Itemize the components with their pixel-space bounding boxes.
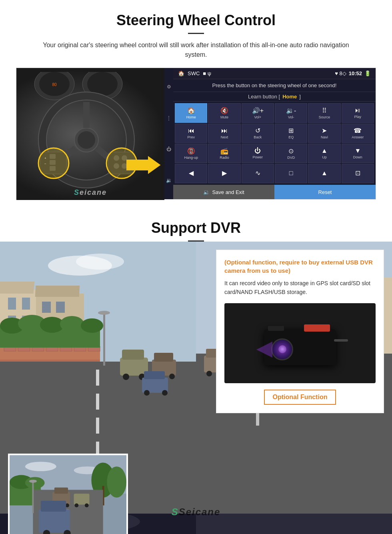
- dvd-icon: ⊙: [288, 147, 294, 155]
- svg-rect-102: [103, 314, 105, 366]
- swc-btn-home[interactable]: 🏠 Home: [175, 103, 207, 123]
- home-active-label: Home: [282, 94, 297, 100]
- home-btn-icon: 🏠: [187, 107, 195, 114]
- svg-rect-34: [22, 298, 30, 310]
- swc-btn-back[interactable]: ↺ Back: [242, 124, 274, 143]
- down-icon: ▼: [354, 147, 361, 154]
- swc-btn-answer[interactable]: ☎ Answer: [342, 124, 374, 143]
- svg-point-23: [38, 148, 69, 178]
- swc-btn-wave[interactable]: ∿: [242, 164, 274, 184]
- dvr-section: Support DVR: [0, 208, 392, 534]
- swc-btn-hangup[interactable]: 📵 Hang-up: [175, 144, 207, 163]
- camera-body: [264, 329, 336, 365]
- svg-rect-39: [42, 302, 51, 313]
- svg-text:80: 80: [52, 82, 57, 87]
- back-icon: ↺: [255, 127, 260, 134]
- volume-down-icon: 🔉: [166, 178, 172, 183]
- play-icon: ⏯: [354, 107, 361, 114]
- svg-point-113: [25, 477, 45, 488]
- swc-btn-back-arrow[interactable]: ◀: [175, 164, 207, 184]
- back-arrow-icon: ◀: [189, 169, 194, 177]
- header-left: 🏠 SWC ■ ψ: [178, 70, 211, 76]
- camera-lens: [271, 338, 293, 360]
- answer-icon: ☎: [354, 127, 362, 134]
- menu-dots-icon: ⋮: [166, 115, 171, 121]
- swc-btn-square[interactable]: □: [275, 164, 307, 184]
- swc-interface: 80 + −: [16, 68, 376, 200]
- svg-point-75: [169, 374, 175, 379]
- swc-btn-dvd[interactable]: ⊙ DVD: [275, 144, 307, 163]
- swc-btn-power[interactable]: ⏻ Power: [242, 144, 274, 163]
- svg-rect-33: [8, 298, 16, 310]
- save-exit-button[interactable]: 🔉 Save and Exit: [173, 185, 274, 199]
- swc-btn-source[interactable]: ⠿ Source: [308, 103, 340, 123]
- seicane-watermark-dvr: SSeicane: [172, 506, 221, 518]
- bracket-right: ]: [299, 94, 301, 100]
- swc-btn-grid[interactable]: ⊡: [342, 164, 374, 184]
- svg-rect-40: [56, 302, 65, 313]
- eq-icon: ⊞: [288, 127, 294, 134]
- seicane-watermark-swc: Seicane: [74, 188, 107, 197]
- lens-center: [278, 345, 286, 353]
- svg-point-58: [81, 318, 103, 333]
- settings-icon: ⚙: [167, 84, 171, 90]
- next-icon: ⏭: [221, 127, 228, 134]
- square-icon: □: [289, 170, 293, 177]
- yellow-arrow: [126, 154, 162, 176]
- swc-btn-vol-down[interactable]: 🔉- Vol-: [275, 103, 307, 123]
- svg-rect-122: [54, 488, 68, 494]
- swc-btn-prev[interactable]: ⏮ Prev: [175, 124, 207, 143]
- dvr-optional-text: (Optional function, require to buy exter…: [224, 258, 376, 275]
- vol-down-icon: 🔉-: [286, 107, 296, 114]
- reset-button[interactable]: Reset: [274, 185, 376, 199]
- steering-wheel-svg: 80 + −: [22, 72, 158, 196]
- power-icon: ⏻: [166, 146, 171, 152]
- svg-rect-73: [154, 353, 173, 362]
- svg-rect-60: [96, 370, 99, 386]
- svg-point-116: [107, 466, 126, 498]
- svg-rect-61: [96, 394, 99, 410]
- swc-btn-triangle-up[interactable]: ▲: [308, 164, 340, 184]
- power-btn-icon: ⏻: [254, 147, 261, 154]
- svg-rect-125: [74, 494, 90, 504]
- source-icon: ⠿: [322, 107, 327, 114]
- optional-function-badge: Optional Function: [264, 390, 336, 405]
- camera-mount: [268, 326, 284, 331]
- swc-btn-play[interactable]: ⏯ Play: [342, 103, 374, 123]
- mute-btn-icon: 🔇: [220, 107, 228, 114]
- swc-btn-navi[interactable]: ➤ Navi: [308, 124, 340, 143]
- navi-icon: ➤: [322, 127, 327, 134]
- swc-btn-forward-arrow[interactable]: ▶: [208, 164, 240, 184]
- forward-arrow-icon: ▶: [222, 169, 227, 177]
- swc-btn-down[interactable]: ▼ Down: [342, 144, 374, 163]
- reset-label: Reset: [318, 189, 332, 195]
- triangle-up-icon: ▲: [321, 170, 328, 177]
- svg-point-78: [144, 390, 150, 396]
- optional-function-container: Optional Function: [224, 388, 376, 405]
- learn-label: Learn button [: [248, 94, 280, 100]
- save-exit-label: Save and Exit: [212, 189, 244, 195]
- svg-point-126: [75, 504, 79, 508]
- vol-up-icon: 🔊+: [252, 107, 264, 114]
- grid-icon: ⊡: [355, 169, 360, 177]
- dvr-photo-area: (Optional function, require to buy exter…: [0, 242, 392, 534]
- svg-point-109: [25, 462, 56, 471]
- swc-title-divider: [188, 33, 204, 34]
- svg-rect-132: [32, 482, 34, 513]
- svg-rect-69: [122, 350, 144, 360]
- swc-btn-vol-up[interactable]: 🔊+ Vol+: [242, 103, 274, 123]
- dvr-inset-photo: [8, 454, 128, 534]
- swc-btn-up[interactable]: ▲ Up: [308, 144, 340, 163]
- svg-point-127: [85, 504, 89, 508]
- header-right: ♥ 8◇ 10:52 🔋: [335, 70, 371, 76]
- swc-btn-next[interactable]: ⏭ Next: [208, 124, 240, 143]
- swc-learn-row: Learn button [ Home ]: [173, 92, 376, 102]
- svg-rect-68: [120, 358, 148, 376]
- up-icon: ▲: [321, 147, 328, 154]
- swc-btn-eq[interactable]: ⊞ EQ: [275, 124, 307, 143]
- swc-btn-radio[interactable]: 📻 Radio: [208, 144, 240, 163]
- swc-panel-header: 🏠 SWC ■ ψ ♥ 8◇ 10:52 🔋: [173, 68, 376, 79]
- volume-icon-small: 🔉: [203, 189, 210, 195]
- svg-point-8: [78, 131, 95, 149]
- swc-btn-mute[interactable]: 🔇 Mute: [208, 103, 240, 123]
